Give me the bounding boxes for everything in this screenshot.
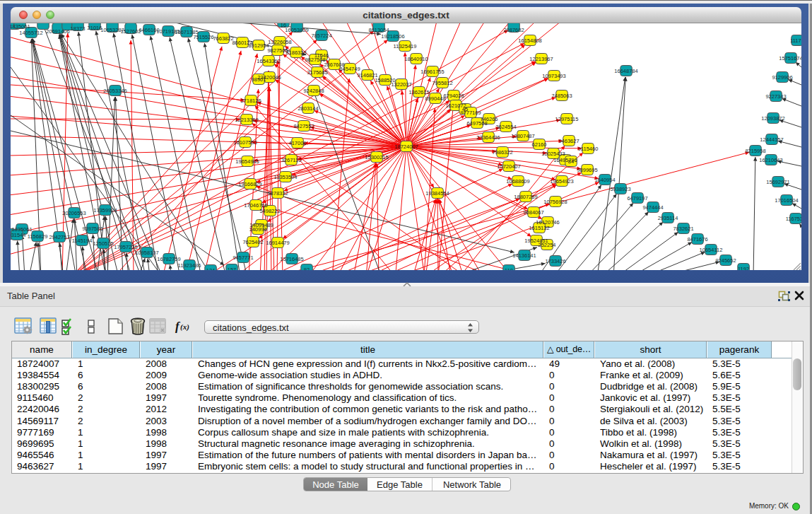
svg-text:9084067: 9084067 [523, 209, 543, 216]
svg-text:18807289: 18807289 [514, 194, 537, 200]
svg-text:16543362: 16543362 [257, 58, 280, 64]
svg-text:9899695: 9899695 [577, 167, 597, 173]
svg-text:8990448: 8990448 [425, 95, 445, 102]
svg-text:11353594: 11353594 [274, 174, 298, 180]
svg-text:1362615: 1362615 [408, 89, 429, 95]
svg-text:118: 118 [505, 267, 513, 271]
svg-text:12093872: 12093872 [761, 115, 784, 122]
svg-text:11923486: 11923486 [178, 262, 201, 269]
svg-text:18373: 18373 [71, 25, 86, 32]
svg-text:7485063: 7485063 [551, 93, 572, 99]
svg-text:2942757: 2942757 [49, 234, 69, 240]
svg-text:7857224: 7857224 [311, 33, 331, 39]
svg-text:16782759: 16782759 [157, 256, 180, 262]
svg-text:7663822: 7663822 [213, 35, 233, 42]
svg-text:417006: 417006 [288, 140, 306, 146]
svg-text:18724007: 18724007 [394, 144, 418, 150]
svg-text:7515526: 7515526 [193, 34, 213, 40]
svg-text:9397586: 9397586 [82, 226, 102, 232]
svg-text:11171: 11171 [790, 37, 801, 44]
svg-text:9129906: 9129906 [772, 74, 792, 81]
svg-text:1322037: 1322037 [391, 81, 411, 88]
svg-text:92: 92 [304, 267, 310, 271]
svg-text:12444157: 12444157 [760, 136, 783, 143]
svg-text:16053809: 16053809 [285, 27, 308, 33]
svg-text:8427552: 8427552 [293, 123, 314, 129]
svg-text:84: 84 [568, 158, 574, 165]
svg-text:17359924: 17359924 [93, 207, 117, 214]
svg-text:10973493: 10973493 [542, 73, 565, 79]
svg-text:3267110: 3267110 [281, 157, 302, 163]
svg-text:1192: 1192 [738, 266, 749, 271]
svg-text:7625402: 7625402 [242, 239, 263, 245]
svg-text:19654923: 19654923 [550, 178, 573, 185]
svg-text:10958107: 10958107 [135, 250, 158, 256]
svg-text:10807487: 10807487 [511, 133, 534, 139]
svg-text:9827505: 9827505 [267, 47, 288, 54]
svg-text:28053346: 28053346 [103, 88, 126, 94]
svg-text:931544: 931544 [11, 232, 26, 238]
svg-text:16154808: 16154808 [518, 37, 541, 44]
svg-text:7986322: 7986322 [492, 149, 512, 156]
svg-text:9474444: 9474444 [642, 204, 663, 211]
svg-text:9242848: 9242848 [303, 88, 324, 94]
svg-text:1615132: 1615132 [529, 225, 549, 231]
svg-text:9827508: 9827508 [305, 57, 325, 63]
svg-text:9463627: 9463627 [558, 138, 579, 144]
svg-text:19218506: 19218506 [381, 33, 404, 40]
svg-text:20206553: 20206553 [62, 210, 86, 216]
svg-text:21016: 21016 [88, 25, 102, 31]
svg-text:16961755: 16961755 [420, 69, 444, 75]
svg-text:2718126: 2718126 [240, 98, 261, 104]
svg-text:1527602: 1527602 [120, 28, 141, 35]
svg-text:252254: 252254 [538, 242, 555, 248]
svg-text:15751674: 15751674 [779, 55, 801, 62]
svg-text:5498222: 5498222 [259, 208, 280, 214]
svg-text:124: 124 [206, 267, 216, 271]
svg-text:7832621: 7832621 [673, 226, 693, 232]
svg-text:1145194: 1145194 [72, 238, 93, 244]
svg-text:16648784: 16648784 [614, 68, 637, 74]
svg-text:19654945: 19654945 [235, 158, 259, 165]
svg-text:3624554: 3624554 [495, 124, 516, 130]
svg-text:16107553: 16107553 [233, 139, 257, 146]
svg-text:15716485: 15716485 [280, 256, 303, 262]
svg-text:98901: 98901 [252, 76, 266, 83]
svg-text:12213967: 12213967 [529, 56, 553, 62]
svg-text:1640954: 1640954 [594, 177, 615, 183]
svg-text:19166829: 19166829 [238, 181, 261, 187]
svg-text:9115460: 9115460 [578, 146, 599, 152]
svg-text:12975115: 12975115 [555, 116, 579, 122]
svg-text:8813054: 8813054 [368, 27, 389, 33]
svg-text:19384554: 19384554 [425, 190, 449, 197]
svg-text:3175685: 3175685 [307, 69, 327, 76]
svg-text:9777169: 9777169 [460, 110, 481, 116]
svg-text:2803144: 2803144 [298, 105, 318, 112]
svg-text:9457771: 9457771 [233, 255, 253, 261]
svg-text:8471676: 8471676 [687, 236, 707, 243]
svg-text:17957225: 17957225 [114, 244, 137, 250]
svg-text:15692971: 15692971 [766, 179, 789, 185]
svg-text:1733426: 1733426 [545, 258, 565, 264]
svg-text:2087682: 2087682 [503, 27, 524, 33]
svg-text:8912954: 8912954 [248, 42, 269, 49]
svg-text:10756928: 10756928 [543, 199, 567, 205]
svg-text:8215958: 8215958 [745, 148, 765, 154]
svg-text:17016504: 17016504 [775, 197, 798, 204]
svg-text:62160: 62160 [532, 141, 547, 148]
svg-text:6479197: 6479197 [627, 195, 647, 201]
svg-text:10025433: 10025433 [541, 151, 565, 157]
svg-text:23364436: 23364436 [476, 134, 500, 141]
svg-text:8186328: 8186328 [286, 49, 306, 56]
svg-text:6794028: 6794028 [443, 93, 464, 99]
svg-text:12213369: 12213369 [235, 117, 258, 123]
svg-text:8454749: 8454749 [339, 66, 360, 72]
svg-text:157: 157 [228, 267, 237, 271]
svg-text:20691406: 20691406 [46, 28, 69, 35]
svg-text:16914479: 16914479 [266, 240, 289, 246]
svg-text:(x): (x) [180, 322, 189, 332]
svg-text:140994: 140994 [249, 226, 266, 233]
svg-text:9227343: 9227343 [765, 93, 786, 100]
svg-text:1250515: 1250515 [93, 240, 113, 247]
svg-text:13226058: 13226058 [268, 39, 291, 45]
